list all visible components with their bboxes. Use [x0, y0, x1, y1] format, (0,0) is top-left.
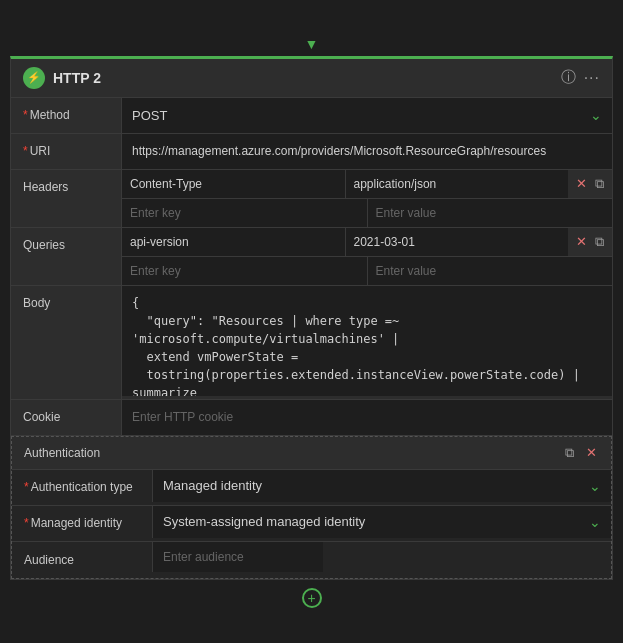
query-value-1[interactable]: [346, 228, 569, 256]
auth-type-row: * Authentication type Managed identity ⌄: [12, 470, 611, 506]
uri-label: * URI: [11, 134, 121, 169]
audience-input[interactable]: [152, 542, 323, 572]
audience-content: [152, 542, 611, 578]
managed-identity-select[interactable]: System-assigned managed identity ⌄: [152, 506, 611, 538]
header-actions-1: ✕ ⧉: [568, 170, 612, 198]
add-step-button[interactable]: +: [302, 588, 322, 608]
cookie-row: Cookie: [11, 400, 612, 436]
header-row-2: [122, 199, 612, 227]
managed-identity-label: * Managed identity: [12, 506, 152, 541]
auth-type-label: * Authentication type: [12, 470, 152, 505]
card-title: HTTP 2: [53, 70, 561, 86]
header-clone-1[interactable]: ⧉: [593, 174, 606, 194]
header-value-1[interactable]: [346, 170, 569, 198]
managed-identity-row: * Managed identity System-assigned manag…: [12, 506, 611, 542]
headers-content: ✕ ⧉: [121, 170, 612, 227]
query-clone-1[interactable]: ⧉: [593, 232, 606, 252]
query-key-2[interactable]: [122, 257, 368, 285]
audience-label: Audience: [12, 542, 152, 578]
header-key-2[interactable]: [122, 199, 368, 227]
info-icon[interactable]: ⓘ: [561, 68, 576, 87]
managed-identity-chevron: ⌄: [589, 514, 601, 530]
body-textarea[interactable]: { "query": "Resources | where type =~ 'm…: [122, 286, 612, 396]
body-row: Body { "query": "Resources | where type …: [11, 286, 612, 400]
queries-content: ✕ ⧉: [121, 228, 612, 285]
method-label: * Method: [11, 98, 121, 133]
authentication-section: Authentication ⧉ ✕ * Authentication type: [11, 436, 612, 579]
uri-row: * URI: [11, 134, 612, 170]
auth-remove-btn[interactable]: ✕: [584, 443, 599, 462]
body-content: { "query": "Resources | where type =~ 'm…: [121, 286, 612, 399]
query-row-2: [122, 257, 612, 285]
auth-header-actions: ⧉ ✕: [563, 443, 599, 463]
method-chevron: ⌄: [590, 107, 602, 123]
cookie-label: Cookie: [11, 400, 121, 435]
card-header: ⚡ HTTP 2 ⓘ ···: [11, 59, 612, 98]
header-remove-1[interactable]: ✕: [574, 174, 589, 193]
header-key-1[interactable]: [122, 170, 346, 198]
query-row-1: ✕ ⧉: [122, 228, 612, 257]
method-row: * Method POST ⌄: [11, 98, 612, 134]
query-value-2[interactable]: [368, 257, 613, 285]
cookie-input[interactable]: [121, 400, 612, 435]
http-icon: ⚡: [23, 67, 45, 89]
auth-section-title: Authentication: [24, 446, 563, 460]
query-remove-1[interactable]: ✕: [574, 232, 589, 251]
auth-type-content: Managed identity ⌄: [152, 470, 611, 505]
auth-section-header: Authentication ⧉ ✕: [12, 437, 611, 470]
card-body: * Method POST ⌄ * URI: [11, 98, 612, 579]
uri-content: [121, 134, 612, 169]
body-label: Body: [11, 286, 121, 318]
more-icon[interactable]: ···: [584, 69, 600, 87]
uri-input[interactable]: [121, 134, 612, 169]
header-value-2[interactable]: [368, 199, 613, 227]
queries-label: Queries: [11, 228, 121, 260]
cookie-content: [121, 400, 612, 435]
query-actions-1: ✕ ⧉: [568, 228, 612, 256]
auth-type-select[interactable]: Managed identity ⌄: [152, 470, 611, 502]
header-row-1: ✕ ⧉: [122, 170, 612, 199]
queries-row: Queries ✕ ⧉: [11, 228, 612, 286]
method-content: POST ⌄: [121, 98, 612, 133]
auth-body: * Authentication type Managed identity ⌄: [12, 470, 611, 578]
http-card: ⚡ HTTP 2 ⓘ ··· * Method POST ⌄: [10, 56, 613, 580]
query-key-1[interactable]: [122, 228, 346, 256]
auth-type-chevron: ⌄: [589, 478, 601, 494]
headers-label: Headers: [11, 170, 121, 202]
managed-identity-content: System-assigned managed identity ⌄: [152, 506, 611, 541]
auth-clone-btn[interactable]: ⧉: [563, 443, 576, 463]
headers-row: Headers ✕ ⧉: [11, 170, 612, 228]
audience-row: Audience: [12, 542, 611, 578]
header-actions: ⓘ ···: [561, 68, 600, 87]
method-select[interactable]: POST ⌄: [121, 98, 612, 133]
